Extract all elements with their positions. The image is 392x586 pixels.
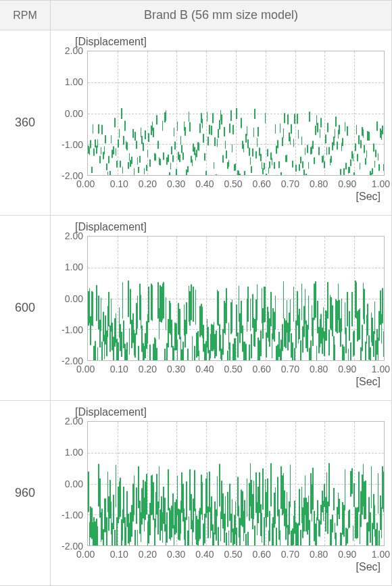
signal-trace bbox=[88, 280, 384, 317]
x-tick: 0.10 bbox=[105, 364, 133, 374]
chart-title: [Displacement] bbox=[75, 221, 385, 236]
x-tick: 0.40 bbox=[191, 549, 219, 560]
x-tick: 0.80 bbox=[305, 549, 333, 560]
x-tick: 0.60 bbox=[247, 549, 276, 560]
y-tick: -1.00 bbox=[62, 324, 83, 335]
x-tick: 0.70 bbox=[276, 178, 304, 189]
x-tick: 0.30 bbox=[162, 178, 191, 189]
y-tick: 1.00 bbox=[65, 76, 83, 87]
rpm-label: 600 bbox=[0, 216, 51, 401]
rpm-label: 360 bbox=[0, 30, 51, 216]
y-axis-ticks: 2.001.000.00-1.00-2.00 bbox=[55, 45, 87, 181]
x-tick: 1.00 bbox=[362, 364, 390, 374]
x-tick: 0.40 bbox=[191, 364, 219, 374]
x-tick: 0.90 bbox=[333, 364, 362, 374]
chart-cell: [Displacement]2.001.000.00-1.00-2.000.00… bbox=[51, 30, 392, 216]
x-tick: 0.80 bbox=[305, 178, 333, 189]
x-axis-unit: [Sec] bbox=[55, 191, 381, 203]
y-tick: 2.00 bbox=[65, 230, 83, 241]
x-axis-ticks: 0.000.100.200.300.400.500.600.700.800.90… bbox=[82, 361, 391, 374]
chart-cell: [Displacement]2.001.000.00-1.00-2.000.00… bbox=[51, 401, 392, 586]
plot-area bbox=[87, 236, 385, 361]
x-axis-unit: [Sec] bbox=[55, 561, 381, 573]
x-tick: 0.20 bbox=[133, 549, 162, 560]
x-tick: 0.20 bbox=[133, 178, 162, 189]
chart-cell: [Displacement]2.001.000.00-1.00-2.000.00… bbox=[51, 216, 392, 401]
signal-trace bbox=[88, 108, 384, 119]
x-tick: 0.40 bbox=[191, 178, 219, 189]
x-axis-ticks: 0.000.100.200.300.400.500.600.700.800.90… bbox=[82, 546, 391, 560]
vibration-table: RPM Brand B (56 mm size model) 360[Displ… bbox=[0, 0, 392, 586]
x-tick: 0.30 bbox=[162, 364, 191, 374]
x-tick: 1.00 bbox=[362, 549, 390, 560]
x-tick: 0.60 bbox=[247, 364, 276, 374]
y-tick: 1.00 bbox=[65, 262, 83, 272]
chart-title: [Displacement] bbox=[75, 36, 385, 51]
chart-title: [Displacement] bbox=[75, 406, 385, 421]
y-tick: -1.00 bbox=[62, 510, 83, 520]
x-tick: 0.60 bbox=[247, 178, 276, 189]
plot-area bbox=[87, 51, 385, 176]
x-tick: 0.70 bbox=[276, 364, 304, 374]
x-tick: 0.00 bbox=[76, 364, 105, 374]
x-axis-unit: [Sec] bbox=[55, 376, 381, 388]
y-tick: 0.00 bbox=[65, 293, 83, 304]
x-tick: 0.50 bbox=[219, 178, 247, 189]
x-tick: 0.00 bbox=[76, 549, 105, 560]
plot-area bbox=[87, 421, 385, 546]
signal-trace bbox=[88, 462, 384, 505]
x-tick: 0.10 bbox=[105, 549, 133, 560]
x-tick: 0.10 bbox=[105, 178, 133, 189]
col-header-title: Brand B (56 mm size model) bbox=[51, 1, 392, 30]
x-tick: 0.50 bbox=[219, 364, 247, 374]
y-tick: 2.00 bbox=[65, 45, 83, 56]
col-header-rpm: RPM bbox=[0, 1, 51, 30]
x-tick: 0.20 bbox=[133, 364, 162, 374]
x-tick: 0.30 bbox=[162, 549, 191, 560]
x-tick: 0.50 bbox=[219, 549, 247, 560]
x-tick: 0.90 bbox=[333, 549, 362, 560]
y-axis-ticks: 2.001.000.00-1.00-2.00 bbox=[55, 416, 87, 552]
x-tick: 0.90 bbox=[333, 178, 362, 189]
x-tick: 0.00 bbox=[76, 178, 105, 189]
y-tick: 0.00 bbox=[65, 479, 83, 489]
y-tick: 0.00 bbox=[65, 108, 83, 119]
rpm-label: 960 bbox=[0, 401, 51, 586]
x-axis-ticks: 0.000.100.200.300.400.500.600.700.800.90… bbox=[82, 176, 391, 189]
x-tick: 0.70 bbox=[276, 549, 304, 560]
x-tick: 1.00 bbox=[362, 178, 390, 189]
y-tick: 1.00 bbox=[65, 447, 83, 458]
y-tick: -1.00 bbox=[62, 139, 83, 150]
x-tick: 0.80 bbox=[305, 364, 333, 374]
y-axis-ticks: 2.001.000.00-1.00-2.00 bbox=[55, 230, 87, 366]
y-tick: 2.00 bbox=[65, 416, 83, 426]
